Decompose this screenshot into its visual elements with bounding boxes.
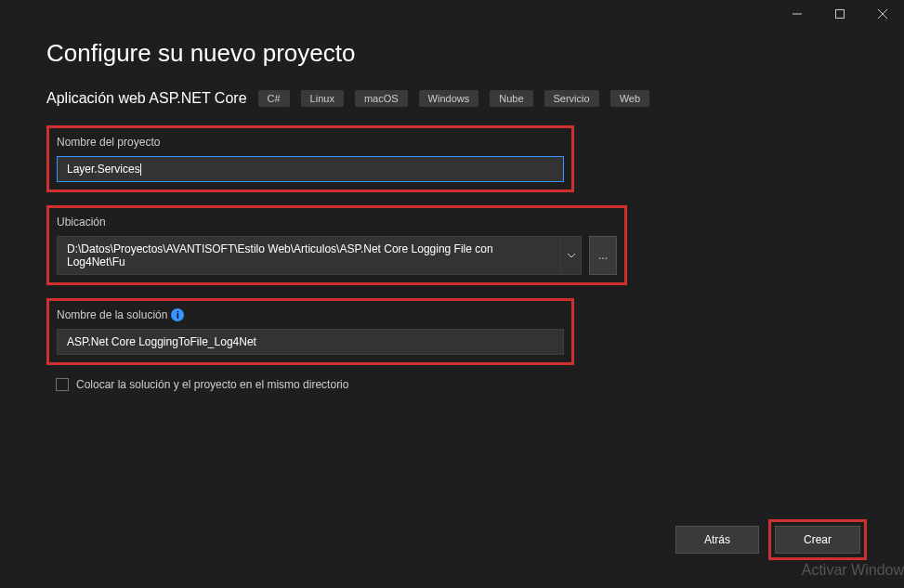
browse-button[interactable]: ... [589,236,617,275]
location-dropdown-arrow[interactable] [561,236,582,275]
same-directory-checkbox[interactable] [56,378,69,391]
page-title: Configure su nuevo proyecto [46,39,858,68]
button-bar: Atrás Crear [675,519,867,560]
location-section: Ubicación D:\Datos\Proyectos\AVANTISOFT\… [46,205,627,285]
minimize-button[interactable] [776,0,819,28]
close-button[interactable] [861,0,904,28]
titlebar [0,0,904,28]
project-type-subtitle: Aplicación web ASP.NET Core [46,90,247,107]
tag-csharp: C# [258,90,290,107]
main-content: Configure su nuevo proyecto Aplicación w… [0,28,904,391]
same-directory-row: Colocar la solución y el proyecto en el … [56,378,858,391]
same-directory-label: Colocar la solución y el proyecto en el … [76,378,348,391]
solution-name-label: Nombre de la solución i [57,308,564,321]
location-label: Ubicación [57,216,617,229]
back-button[interactable]: Atrás [675,526,759,554]
svg-rect-1 [836,10,845,19]
create-button[interactable]: Crear [775,526,860,554]
solution-name-section: Nombre de la solución i ASP.Net Core Log… [46,298,574,365]
solution-name-input[interactable]: ASP.Net Core LoggingToFile_Log4Net [57,329,564,355]
project-name-label: Nombre del proyecto [57,136,564,149]
info-icon[interactable]: i [171,308,184,321]
text-cursor [140,163,141,176]
project-name-value: Layer.Services [67,163,140,176]
tag-linux: Linux [301,90,344,107]
project-name-input[interactable]: Layer.Services [57,156,564,182]
create-button-highlight: Crear [768,519,867,560]
tag-web: Web [610,90,649,107]
windows-watermark: Activar Window [802,562,904,579]
maximize-button[interactable] [819,0,861,28]
tag-macos: macOS [355,90,408,107]
subtitle-row: Aplicación web ASP.NET Core C# Linux mac… [46,90,858,107]
tag-servicio: Servicio [544,90,599,107]
tag-windows: Windows [419,90,479,107]
project-name-section: Nombre del proyecto Layer.Services [46,125,574,192]
tag-nube: Nube [490,90,532,107]
location-input[interactable]: D:\Datos\Proyectos\AVANTISOFT\Estilo Web… [57,236,561,275]
